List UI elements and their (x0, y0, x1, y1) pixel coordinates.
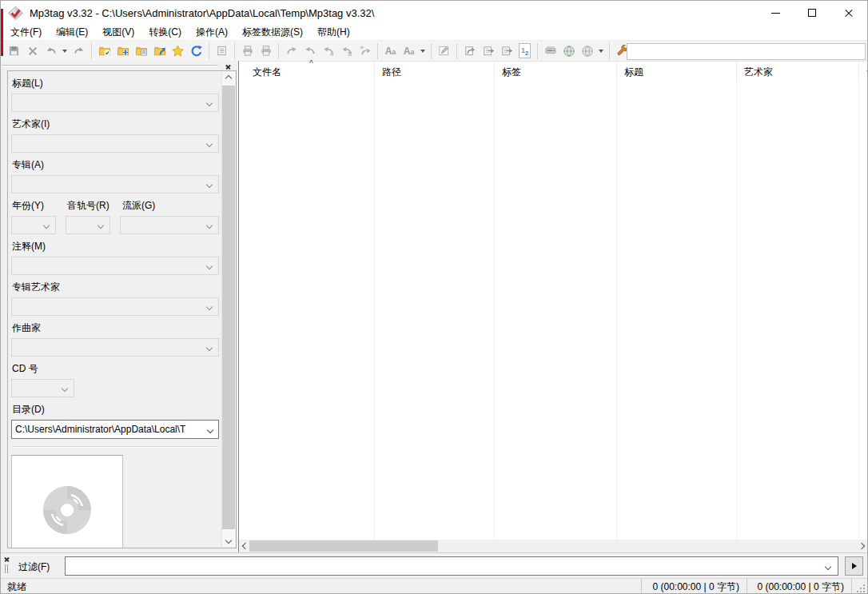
column-header-tag[interactable]: 标签 (495, 62, 617, 80)
column-title: 标题 (617, 62, 737, 540)
tag-to-tag-button[interactable] (356, 42, 374, 60)
save-tag-button[interactable] (5, 42, 23, 60)
directory-combobox[interactable]: C:\Users\Administrator\AppData\Local\T (11, 420, 219, 439)
toolbar-separator (609, 43, 610, 59)
export-button[interactable] (460, 42, 479, 60)
genre-combobox[interactable] (120, 216, 219, 234)
auto-numbering-button[interactable]: 12 (516, 42, 534, 60)
filter-close-button[interactable] (4, 556, 10, 561)
menu-file[interactable]: 文件(F) (3, 24, 49, 41)
panel-scrollbar[interactable] (221, 72, 235, 547)
filename-to-tag-button[interactable] (301, 42, 319, 60)
format-value-button[interactable]: Aa (400, 42, 418, 60)
composer-label: 作曲家 (12, 321, 219, 335)
chevron-down-icon (206, 100, 213, 106)
parent-directory-button[interactable] (150, 42, 169, 60)
title-bar[interactable]: Mp3tag v3.32 - C:\Users\Administrator\Ap… (1, 1, 867, 25)
filter-grip-handle[interactable] (5, 564, 8, 573)
undo-dropdown[interactable] (60, 42, 70, 60)
menu-edit[interactable]: 编辑(E) (49, 24, 95, 41)
caret-down-icon (420, 50, 425, 53)
add-directory-button[interactable] (113, 42, 132, 60)
caret-down-icon (599, 50, 603, 53)
filter-input[interactable] (65, 556, 838, 576)
import-playlist-button[interactable] (479, 42, 497, 60)
undo-button[interactable] (42, 42, 60, 60)
chevron-down-icon (206, 345, 213, 351)
column-header-path[interactable]: 路径 (375, 62, 495, 80)
remove-tag-button[interactable] (23, 42, 42, 60)
comment-combobox[interactable] (11, 257, 219, 275)
paste-tag-button[interactable] (257, 42, 275, 60)
panel-close-button[interactable] (223, 62, 233, 70)
playlist-button[interactable] (132, 42, 150, 60)
filename-to-tag-icon (304, 45, 317, 57)
scroll-up-button[interactable] (222, 72, 235, 85)
column-header-filename[interactable]: 文件名 (239, 62, 375, 80)
column-filename: 文件名 ^ (239, 62, 375, 540)
menu-actions[interactable]: 操作(A) (189, 24, 235, 41)
web-sources-dropdown[interactable] (596, 42, 606, 60)
import-cover-button[interactable] (497, 42, 516, 60)
format-dropdown[interactable] (418, 42, 428, 60)
chevron-down-icon (206, 222, 213, 229)
folder-playlist-icon (135, 45, 148, 57)
composer-combobox[interactable] (11, 338, 219, 357)
chevron-down-icon (825, 564, 831, 570)
track-combobox[interactable] (66, 216, 110, 234)
artist-combobox[interactable] (11, 134, 219, 153)
panel-divider (11, 446, 219, 448)
background-window-edge (1, 9, 3, 56)
pencil-edit-icon (438, 45, 450, 57)
cd-drive-button[interactable] (541, 42, 559, 60)
redo-button[interactable] (70, 42, 88, 60)
column-header-album[interactable]: 专辑 (859, 62, 868, 80)
close-x-icon (225, 64, 231, 70)
extended-tags-button[interactable] (213, 42, 231, 60)
textfile-to-tag-icon (340, 45, 353, 57)
tag-panel-header[interactable] (2, 62, 236, 70)
album-art-box[interactable] (11, 455, 123, 548)
minimize-button[interactable] (757, 1, 794, 25)
web-sources-menu-button[interactable] (578, 42, 596, 60)
toolbar-separator (537, 43, 538, 59)
scroll-down-button[interactable] (222, 534, 235, 547)
scrollbar-thumb[interactable] (222, 86, 235, 529)
change-directory-button[interactable] (95, 42, 113, 60)
toolbar-separator (456, 43, 457, 59)
case-conversion-button[interactable]: Aa (381, 42, 400, 60)
album-artist-combobox[interactable] (11, 297, 219, 316)
album-combobox[interactable] (11, 175, 219, 193)
maximize-button[interactable] (794, 1, 830, 25)
resize-grip[interactable] (851, 579, 867, 594)
menu-tag-sources[interactable]: 标签数据源(S) (235, 24, 310, 41)
chevron-down-icon (62, 385, 68, 392)
column-header-title[interactable]: 标题 (617, 62, 737, 80)
refresh-button[interactable] (187, 42, 205, 60)
disc-combobox[interactable] (11, 379, 74, 397)
horizontal-scrollbar[interactable] (239, 540, 867, 552)
close-button[interactable] (830, 1, 867, 25)
filename-to-filename-button[interactable] (319, 42, 337, 60)
filter-apply-button[interactable] (845, 556, 863, 576)
copy-tag-button[interactable] (238, 42, 257, 60)
web-source-button[interactable] (559, 42, 578, 60)
menu-bar: 文件(F) 编辑(E) 视图(V) 转换(C) 操作(A) 标签数据源(S) 帮… (1, 25, 867, 40)
scroll-right-button[interactable] (855, 540, 867, 552)
chevron-down-icon (206, 141, 213, 147)
actions-button[interactable] (435, 42, 453, 60)
menu-help[interactable]: 帮助(H) (310, 24, 357, 41)
hscrollbar-thumb[interactable] (249, 540, 438, 552)
year-combobox[interactable] (11, 216, 56, 234)
menu-view[interactable]: 视图(V) (95, 24, 141, 41)
column-header-artist[interactable]: 艺术家 (737, 62, 859, 80)
panel-grip-handle[interactable] (2, 65, 218, 67)
menu-convert[interactable]: 转换(C) (141, 24, 189, 41)
textfile-to-tag-button[interactable] (337, 42, 356, 60)
favorites-button[interactable] (169, 42, 187, 60)
title-combobox[interactable] (11, 94, 219, 112)
chevron-down-icon (207, 427, 213, 433)
directory-label: 目录(D) (12, 403, 219, 417)
tag-to-filename-button[interactable] (282, 42, 301, 60)
window-controls (757, 1, 867, 25)
